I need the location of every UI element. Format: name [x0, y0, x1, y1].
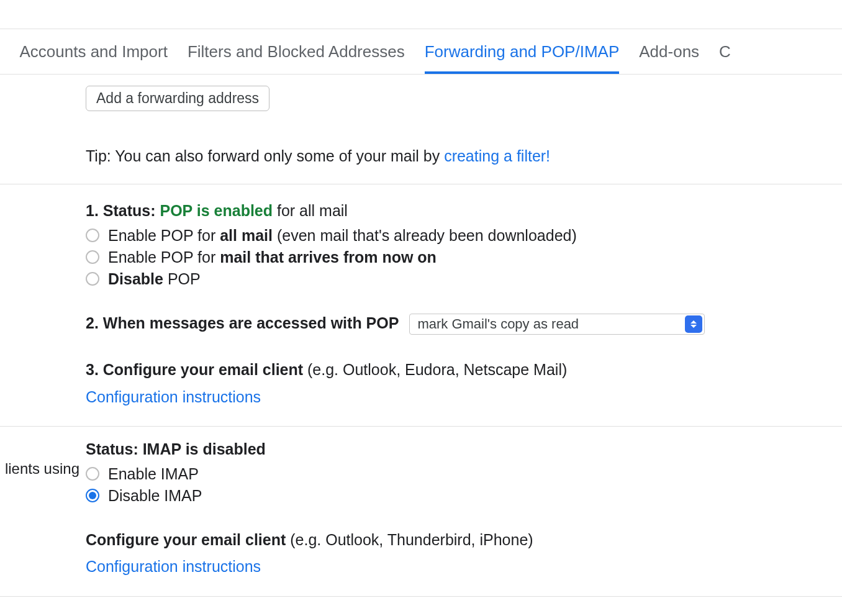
pop-configure-eg: (e.g. Outlook, Eudora, Netscape Mail): [303, 361, 567, 378]
pop-download-section: 1. Status: POP is enabled for all mail E…: [0, 184, 842, 427]
tab-chat[interactable]: C: [719, 29, 731, 74]
tab-addons[interactable]: Add-ons: [639, 29, 699, 74]
settings-tabs-bar: ox Accounts and Import Filters and Block…: [0, 29, 842, 75]
pop-status-label: 1. Status:: [86, 202, 160, 219]
imap-configure-client: Configure your email client (e.g. Outloo…: [86, 528, 842, 552]
pop-action-select-value: mark Gmail's copy as read: [410, 314, 683, 334]
forwarding-tip: Tip: You can also forward only some of y…: [86, 147, 842, 165]
pop-configure-client: 3. Configure your email client (e.g. Out…: [86, 358, 842, 382]
chevron-down-icon: [690, 325, 697, 328]
forwarding-tip-text: Tip: You can also forward only some of y…: [86, 147, 444, 165]
pop-option-all-mail-label: Enable POP for all mail (even mail that'…: [108, 227, 577, 245]
radio-icon[interactable]: [86, 250, 99, 264]
pop-config-instructions-link[interactable]: Configuration instructions: [86, 388, 261, 405]
imap-status-line: Status: IMAP is disabled: [86, 438, 842, 461]
pop-option-all-mail-row[interactable]: Enable POP for all mail (even mail that'…: [86, 227, 842, 245]
pop-status-line: 1. Status: POP is enabled for all mail: [86, 199, 842, 223]
radio-icon[interactable]: [86, 272, 99, 286]
radio-icon[interactable]: [86, 467, 99, 481]
imap-left-label: lients using: [5, 460, 79, 478]
pop-option-from-now-on-row[interactable]: Enable POP for mail that arrives from no…: [86, 248, 842, 266]
imap-configure-eg: (e.g. Outlook, Thunderbird, iPhone): [286, 531, 533, 548]
imap-configure-label: Configure your email client: [86, 531, 286, 548]
imap-option-disable-label: Disable IMAP: [108, 487, 202, 505]
imap-config-instructions-link[interactable]: Configuration instructions: [86, 558, 261, 575]
tab-accounts-import[interactable]: Accounts and Import: [19, 29, 167, 74]
imap-option-enable-label: Enable IMAP: [108, 465, 199, 483]
pop-configure-label: 3. Configure your email client: [86, 361, 303, 378]
pop-when-accessed-row: 2. When messages are accessed with POP m…: [86, 312, 842, 335]
imap-access-section: lients using Status: IMAP is disabled En…: [0, 427, 842, 597]
forwarding-section: Add a forwarding address Tip: You can al…: [0, 75, 842, 184]
add-forwarding-address-button[interactable]: Add a forwarding address: [86, 86, 269, 111]
select-stepper-icon[interactable]: [685, 315, 702, 333]
tab-forwarding-pop-imap[interactable]: Forwarding and POP/IMAP: [425, 29, 620, 74]
pop-option-disable-label: Disable POP: [108, 270, 201, 288]
create-filter-link[interactable]: creating a filter!: [444, 147, 550, 165]
radio-icon[interactable]: [86, 489, 99, 502]
imap-option-enable-row[interactable]: Enable IMAP: [86, 465, 842, 483]
pop-option-from-now-on-label: Enable POP for mail that arrives from no…: [108, 248, 437, 266]
chevron-up-icon: [690, 320, 697, 324]
pop-status-suffix: for all mail: [273, 202, 348, 219]
imap-option-disable-row[interactable]: Disable IMAP: [86, 487, 842, 505]
pop-status-value: POP is enabled: [160, 202, 273, 219]
radio-icon[interactable]: [86, 229, 99, 242]
tab-filters-blocked[interactable]: Filters and Blocked Addresses: [188, 29, 405, 74]
pop-when-accessed-label: 2. When messages are accessed with POP: [86, 314, 399, 332]
pop-action-select[interactable]: mark Gmail's copy as read: [409, 314, 705, 335]
pop-option-disable-row[interactable]: Disable POP: [86, 270, 842, 288]
